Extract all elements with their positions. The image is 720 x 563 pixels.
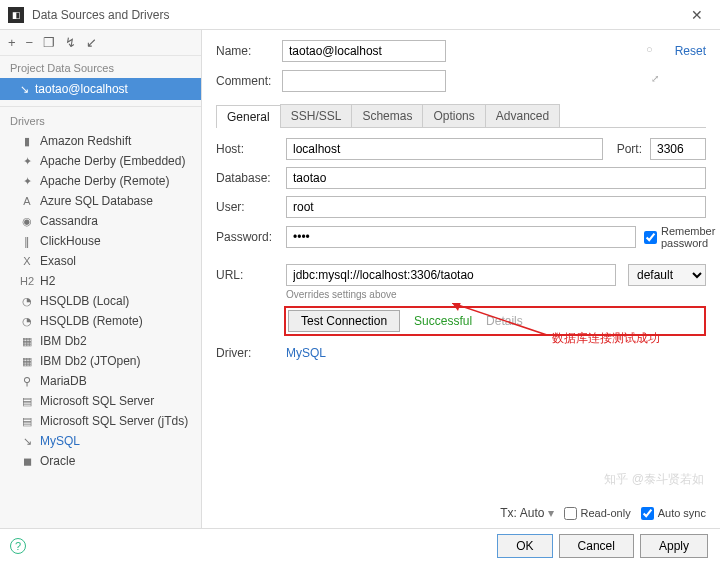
driver-label: HSQLDB (Remote) bbox=[40, 314, 143, 328]
data-source-item[interactable]: ↘ taotao@localhost bbox=[0, 78, 201, 100]
driver-icon: ◔ bbox=[20, 295, 34, 308]
tab-general[interactable]: General bbox=[216, 105, 281, 128]
driver-item[interactable]: ⚲MariaDB bbox=[0, 371, 201, 391]
driver-label: Apache Derby (Embedded) bbox=[40, 154, 185, 168]
driver-item[interactable]: ◔HSQLDB (Remote) bbox=[0, 311, 201, 331]
project-sources-head: Project Data Sources bbox=[0, 56, 201, 78]
driver-item[interactable]: XExasol bbox=[0, 251, 201, 271]
driver-link[interactable]: MySQL bbox=[286, 346, 326, 360]
user-input[interactable] bbox=[286, 196, 706, 218]
name-input[interactable] bbox=[282, 40, 446, 62]
remove-icon[interactable]: − bbox=[26, 35, 34, 50]
driver-icon: ◔ bbox=[20, 315, 34, 328]
driver-item[interactable]: H2H2 bbox=[0, 271, 201, 291]
driver-label: Driver: bbox=[216, 346, 278, 360]
app-icon: ◧ bbox=[8, 7, 24, 23]
database-input[interactable] bbox=[286, 167, 706, 189]
close-icon[interactable]: ✕ bbox=[682, 7, 712, 23]
driver-item[interactable]: ◉Cassandra bbox=[0, 211, 201, 231]
url-input[interactable] bbox=[286, 264, 616, 286]
driver-icon: ⚲ bbox=[20, 375, 34, 388]
window-title: Data Sources and Drivers bbox=[32, 8, 682, 22]
tx-value[interactable]: Auto bbox=[520, 506, 545, 520]
driver-label: IBM Db2 bbox=[40, 334, 87, 348]
driver-item[interactable]: ↘MySQL bbox=[0, 431, 201, 451]
annotation-text: 数据库连接测试成功 bbox=[552, 330, 660, 347]
annotation-arrow-icon bbox=[452, 303, 562, 343]
driver-icon: ✦ bbox=[20, 155, 34, 168]
driver-item[interactable]: ▮Amazon Redshift bbox=[0, 131, 201, 151]
help-icon[interactable]: ? bbox=[10, 538, 26, 554]
driver-label: Azure SQL Database bbox=[40, 194, 153, 208]
driver-item[interactable]: ◔HSQLDB (Local) bbox=[0, 291, 201, 311]
url-label: URL: bbox=[216, 268, 278, 282]
driver-item[interactable]: ✦Apache Derby (Embedded) bbox=[0, 151, 201, 171]
driver-label: Apache Derby (Remote) bbox=[40, 174, 169, 188]
url-mode-select[interactable]: default bbox=[628, 264, 706, 286]
content-pane: Name: ○ Reset Comment: ⤢ GeneralSSH/SSLS… bbox=[202, 30, 720, 528]
ok-button[interactable]: OK bbox=[497, 534, 552, 558]
driver-item[interactable]: ✦Apache Derby (Remote) bbox=[0, 171, 201, 191]
data-source-label: taotao@localhost bbox=[35, 82, 128, 96]
sidebar-toolbar: + − ❐ ↯ ↙ bbox=[0, 30, 201, 56]
password-input[interactable] bbox=[286, 226, 636, 248]
svg-marker-1 bbox=[452, 303, 461, 311]
driver-label: Exasol bbox=[40, 254, 76, 268]
tabs: GeneralSSH/SSLSchemasOptionsAdvanced bbox=[216, 104, 706, 128]
tab-sshssl[interactable]: SSH/SSL bbox=[280, 104, 353, 127]
comment-input[interactable] bbox=[282, 70, 446, 92]
driver-item[interactable]: ▦IBM Db2 bbox=[0, 331, 201, 351]
tool-icon[interactable]: ↯ bbox=[65, 35, 76, 50]
driver-icon: ◼ bbox=[20, 455, 34, 468]
host-label: Host: bbox=[216, 142, 278, 156]
remember-checkbox[interactable]: Remember password bbox=[644, 225, 706, 249]
readonly-checkbox[interactable]: Read-only bbox=[564, 507, 631, 520]
datasource-icon: ↘ bbox=[20, 83, 29, 96]
drivers-list: ▮Amazon Redshift✦Apache Derby (Embedded)… bbox=[0, 131, 201, 528]
driver-label: MySQL bbox=[40, 434, 80, 448]
autosync-checkbox[interactable]: Auto sync bbox=[641, 507, 706, 520]
driver-item[interactable]: ‖ClickHouse bbox=[0, 231, 201, 251]
driver-item[interactable]: ◼Oracle bbox=[0, 451, 201, 471]
expand-icon[interactable]: ⤢ bbox=[651, 73, 659, 84]
driver-item[interactable]: ▦IBM Db2 (JTOpen) bbox=[0, 351, 201, 371]
driver-label: Cassandra bbox=[40, 214, 98, 228]
comment-label: Comment: bbox=[216, 74, 274, 88]
driver-label: HSQLDB (Local) bbox=[40, 294, 129, 308]
cancel-button[interactable]: Cancel bbox=[559, 534, 634, 558]
chevron-down-icon[interactable]: ▾ bbox=[548, 506, 554, 520]
port-label: Port: bbox=[617, 142, 642, 156]
tab-advanced[interactable]: Advanced bbox=[485, 104, 560, 127]
driver-icon: ‖ bbox=[20, 235, 34, 248]
driver-icon: ▤ bbox=[20, 415, 34, 428]
port-input[interactable] bbox=[650, 138, 706, 160]
driver-item[interactable]: ▤Microsoft SQL Server bbox=[0, 391, 201, 411]
sidebar: + − ❐ ↯ ↙ Project Data Sources ↘ taotao@… bbox=[0, 30, 202, 528]
driver-icon: A bbox=[20, 195, 34, 207]
options-row: Tx: Auto▾ Read-only Auto sync bbox=[216, 498, 706, 520]
driver-label: Amazon Redshift bbox=[40, 134, 131, 148]
driver-item[interactable]: ▤Microsoft SQL Server (jTds) bbox=[0, 411, 201, 431]
password-label: Password: bbox=[216, 230, 278, 244]
add-icon[interactable]: + bbox=[8, 35, 16, 50]
test-connection-button[interactable]: Test Connection bbox=[288, 310, 400, 332]
driver-icon: ▦ bbox=[20, 355, 34, 368]
driver-label: IBM Db2 (JTOpen) bbox=[40, 354, 140, 368]
driver-icon: ▤ bbox=[20, 395, 34, 408]
override-note: Overrides settings above bbox=[286, 289, 706, 300]
reset-link[interactable]: Reset bbox=[675, 44, 706, 58]
driver-label: ClickHouse bbox=[40, 234, 101, 248]
driver-label: Microsoft SQL Server (jTds) bbox=[40, 414, 188, 428]
database-label: Database: bbox=[216, 171, 278, 185]
user-label: User: bbox=[216, 200, 278, 214]
host-input[interactable] bbox=[286, 138, 603, 160]
driver-label: Microsoft SQL Server bbox=[40, 394, 154, 408]
apply-button[interactable]: Apply bbox=[640, 534, 708, 558]
tab-schemas[interactable]: Schemas bbox=[351, 104, 423, 127]
copy-icon[interactable]: ❐ bbox=[43, 35, 55, 50]
driver-item[interactable]: AAzure SQL Database bbox=[0, 191, 201, 211]
refresh-icon[interactable]: ↙ bbox=[86, 35, 97, 50]
tab-options[interactable]: Options bbox=[422, 104, 485, 127]
drivers-head: Drivers bbox=[0, 106, 201, 131]
clear-icon[interactable]: ○ bbox=[646, 43, 653, 55]
